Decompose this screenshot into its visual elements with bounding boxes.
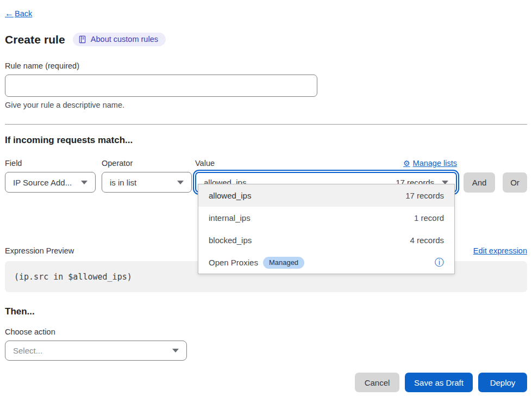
- value-dropdown-menu: allowed_ips 17 records internal_ips 1 re…: [198, 184, 455, 274]
- value-label: Value: [195, 159, 215, 168]
- section-divider: [5, 124, 527, 125]
- chevron-down-icon: [81, 181, 87, 184]
- about-custom-rules-link[interactable]: About custom rules: [73, 33, 166, 46]
- expression-builder-row: Field IP Source Add... Operator is in li…: [5, 159, 527, 193]
- title-row: Create rule About custom rules: [5, 33, 527, 46]
- footer-actions: Cancel Save as Draft Deploy: [5, 373, 527, 392]
- cancel-button[interactable]: Cancel: [355, 373, 399, 392]
- expression-code: (ip.src in $allowed_ips): [14, 272, 132, 282]
- info-icon[interactable]: ⓘ: [435, 258, 444, 267]
- dropdown-item-allowed-ips[interactable]: allowed_ips 17 records: [198, 184, 454, 207]
- list-records-count: 1 record: [414, 213, 444, 222]
- operator-select[interactable]: is in list: [102, 172, 192, 193]
- choose-action-placeholder: Select...: [13, 346, 42, 355]
- list-records-count: 4 records: [410, 236, 444, 245]
- then-section-heading: Then...: [5, 306, 527, 317]
- rule-name-helper: Give your rule a descriptive name.: [5, 101, 527, 109]
- back-link-label: Back: [15, 9, 32, 18]
- dropdown-item-internal-ips[interactable]: internal_ips 1 record: [198, 207, 454, 229]
- field-select[interactable]: IP Source Add...: [5, 172, 96, 193]
- back-row: ←Back: [5, 9, 527, 18]
- list-records-count: 17 records: [405, 191, 444, 200]
- match-section-heading: If incoming requests match...: [5, 135, 527, 146]
- book-icon: [78, 35, 86, 44]
- rule-name-input[interactable]: [5, 75, 317, 97]
- edit-expression-link[interactable]: Edit expression: [473, 246, 527, 255]
- dropdown-item-blocked-ips[interactable]: blocked_ips 4 records: [198, 229, 454, 251]
- list-name: allowed_ips: [209, 191, 251, 200]
- expression-preview-label: Expression Preview: [5, 246, 74, 255]
- field-select-value: IP Source Add...: [13, 178, 72, 187]
- field-label: Field: [5, 159, 96, 168]
- back-link[interactable]: ←Back: [5, 9, 32, 18]
- list-name: internal_ips: [209, 213, 251, 222]
- manage-lists-link[interactable]: ⚙ Manage lists: [403, 159, 457, 168]
- save-as-draft-button[interactable]: Save as Draft: [405, 373, 473, 392]
- page-title: Create rule: [5, 33, 65, 46]
- gear-icon: ⚙: [403, 159, 410, 168]
- managed-badge: Managed: [263, 257, 304, 269]
- deploy-button[interactable]: Deploy: [478, 373, 527, 392]
- operator-label: Operator: [102, 159, 192, 168]
- back-arrow-icon: ←: [5, 9, 14, 18]
- manage-lists-label: Manage lists: [413, 159, 457, 168]
- operator-select-value: is in list: [110, 178, 136, 187]
- or-button[interactable]: Or: [503, 172, 527, 193]
- choose-action-label: Choose action: [5, 327, 527, 336]
- list-name: blocked_ips: [209, 236, 252, 245]
- dropdown-item-open-proxies[interactable]: Open Proxies Managed ⓘ: [198, 251, 454, 274]
- chevron-down-icon: [172, 349, 179, 352]
- create-rule-page: ←Back Create rule About custom rules Rul…: [0, 0, 532, 392]
- and-button[interactable]: And: [464, 172, 495, 193]
- list-name: Open Proxies: [209, 258, 258, 267]
- about-custom-rules-label: About custom rules: [91, 35, 158, 44]
- choose-action-select[interactable]: Select...: [5, 341, 187, 361]
- chevron-down-icon: [177, 181, 184, 184]
- rule-name-label: Rule name (required): [5, 61, 527, 70]
